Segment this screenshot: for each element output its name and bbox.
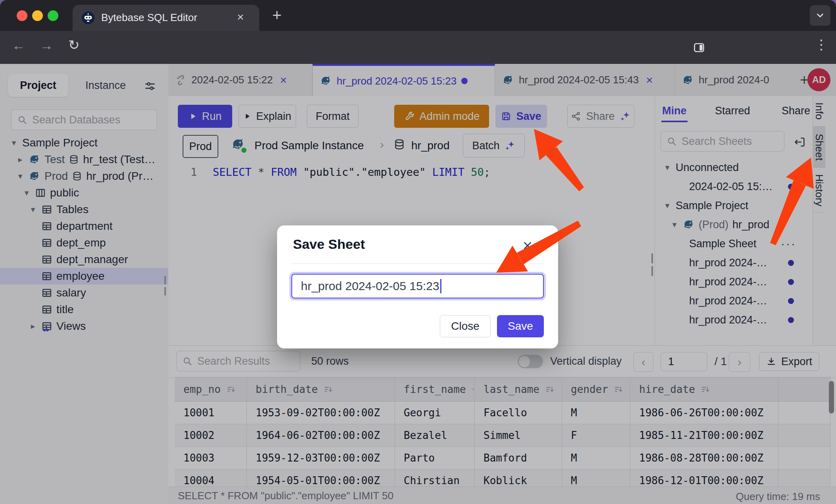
browser-tab[interactable]: Bytebase SQL Editor × bbox=[73, 5, 259, 31]
bytebase-favicon bbox=[81, 11, 95, 25]
browser-menu-icon[interactable]: ⋮ bbox=[815, 37, 828, 52]
window-zoom-button[interactable] bbox=[48, 10, 58, 21]
forward-icon[interactable]: → bbox=[40, 38, 53, 53]
dialog-title: Save Sheet bbox=[293, 237, 365, 252]
reload-icon[interactable]: ↻ bbox=[68, 37, 80, 53]
screenshot-root: Bytebase SQL Editor × + ← → ↻ localhost:… bbox=[0, 0, 836, 504]
side-panel-icon[interactable] bbox=[693, 41, 705, 54]
browser-tab-bar: Bytebase SQL Editor × + bbox=[0, 0, 836, 31]
chevron-down-icon bbox=[815, 10, 825, 21]
close-icon[interactable] bbox=[522, 240, 534, 252]
dialog-divider bbox=[291, 264, 545, 264]
save-sheet-dialog: Save Sheet hr_prod 2024-02-05 15:23 Clos… bbox=[277, 225, 558, 348]
window-close-button[interactable] bbox=[17, 10, 27, 21]
browser-toolbar: ← → ↻ localhost:8080/sql-editor/prod-sam… bbox=[0, 31, 836, 64]
close-button[interactable]: Close bbox=[440, 315, 491, 337]
text-caret bbox=[440, 279, 441, 293]
new-tab-icon[interactable]: + bbox=[272, 6, 281, 24]
sheet-name-input[interactable]: hr_prod 2024-02-05 15:23 bbox=[291, 274, 544, 298]
back-icon[interactable]: ← bbox=[12, 38, 25, 53]
browser-tab-title: Bytebase SQL Editor bbox=[101, 12, 197, 24]
save-button[interactable]: Save bbox=[497, 315, 544, 337]
tab-search-button[interactable] bbox=[810, 5, 830, 26]
tab-close-icon[interactable]: × bbox=[237, 10, 244, 24]
window-minimize-button[interactable] bbox=[32, 10, 43, 21]
